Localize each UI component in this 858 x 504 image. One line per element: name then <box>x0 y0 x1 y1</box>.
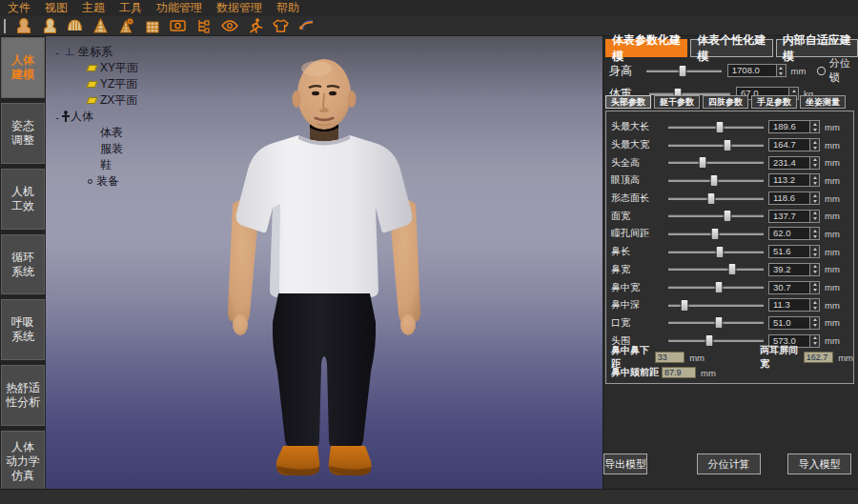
menu-item[interactable]: 数据管理 <box>216 0 262 16</box>
undo-arrow-icon[interactable] <box>296 17 317 35</box>
spin-down-button[interactable] <box>810 163 819 169</box>
mode-tab[interactable]: 内部自适应建模 <box>776 39 858 57</box>
spin-down-button[interactable] <box>810 233 819 239</box>
tree-item[interactable]: - 坐标系 <box>53 44 138 60</box>
slider-thumb[interactable] <box>716 246 725 258</box>
param-slider[interactable] <box>668 120 764 134</box>
param-slider[interactable] <box>668 298 764 312</box>
slider-thumb[interactable] <box>678 65 686 77</box>
tree-item[interactable]: ZX平面 <box>53 92 138 109</box>
param-slider[interactable] <box>668 227 764 241</box>
menu-item[interactable]: 主题 <box>82 0 105 16</box>
display-icon[interactable] <box>168 17 188 35</box>
param-value-input[interactable]: 51.0 <box>768 316 810 330</box>
param-value-input[interactable]: 39.2 <box>768 263 810 276</box>
toolbar-grip[interactable] <box>4 19 6 33</box>
height-value-input[interactable]: 1708.0 <box>727 64 777 77</box>
param-value-input[interactable]: 231.4 <box>768 156 810 170</box>
param-value-input[interactable]: 113.2 <box>768 173 810 187</box>
slider-track[interactable] <box>668 145 764 147</box>
mode-tab[interactable]: 体表个性化建模 <box>690 39 772 57</box>
action-button[interactable]: 导出模型 <box>603 454 647 474</box>
mannequin-front-icon[interactable] <box>13 17 33 35</box>
param-slider[interactable] <box>668 209 764 223</box>
slider-track[interactable] <box>668 198 764 200</box>
running-man-icon[interactable] <box>245 17 265 35</box>
quantile-lock-radio[interactable] <box>817 67 825 75</box>
param-category-tab[interactable]: 头部参数 <box>605 95 651 109</box>
tree-item[interactable]: 体表 <box>53 125 138 141</box>
field-input[interactable]: 87.9 <box>662 367 696 378</box>
slider-thumb[interactable] <box>699 156 707 169</box>
param-value-input[interactable]: 51.6 <box>768 245 810 258</box>
spin-down-button[interactable] <box>810 323 819 329</box>
spin-down-button[interactable] <box>810 180 819 186</box>
tree-expander-icon[interactable]: - <box>53 111 61 123</box>
menu-item[interactable]: 视图 <box>45 0 68 16</box>
param-value-input[interactable]: 164.7 <box>768 138 810 151</box>
slider-thumb[interactable] <box>707 192 716 205</box>
mesh-block-icon[interactable] <box>142 17 162 35</box>
shirt-icon[interactable] <box>271 17 291 35</box>
spin-down-button[interactable] <box>810 270 819 275</box>
hierarchy-icon[interactable] <box>194 17 214 35</box>
param-slider[interactable] <box>668 315 764 330</box>
param-value-input[interactable]: 118.6 <box>768 192 810 205</box>
slider-track[interactable] <box>668 340 764 342</box>
param-category-tab[interactable]: 手足参数 <box>751 95 797 109</box>
mesh-garment-icon[interactable] <box>91 17 111 35</box>
field-input[interactable]: 33 <box>655 352 684 363</box>
wig-icon[interactable] <box>65 17 85 35</box>
mesh-gear-icon[interactable] <box>116 17 136 35</box>
slider-thumb[interactable] <box>681 299 689 312</box>
slider-thumb[interactable] <box>711 228 720 240</box>
slider-thumb[interactable] <box>705 334 714 347</box>
slider-track[interactable] <box>668 269 764 271</box>
tree-expander-icon[interactable]: - <box>53 47 61 58</box>
sidebar-item[interactable]: 循环 系统 <box>1 234 45 295</box>
slider-track[interactable] <box>668 215 764 217</box>
tree-item[interactable]: XY平面 <box>53 60 138 76</box>
spin-down-button[interactable] <box>777 71 785 76</box>
spin-down-button[interactable] <box>810 127 819 132</box>
menu-item[interactable]: 工具 <box>119 0 142 16</box>
sidebar-item[interactable]: 姿态 调整 <box>1 103 45 164</box>
param-slider[interactable] <box>668 155 764 170</box>
tree-item[interactable]: 服装 <box>53 141 138 157</box>
param-value-input[interactable]: 11.3 <box>768 298 810 312</box>
spin-down-button[interactable] <box>810 198 819 204</box>
param-value-input[interactable]: 30.7 <box>768 281 810 294</box>
slider-track[interactable] <box>668 162 764 164</box>
slider-thumb[interactable] <box>715 281 724 293</box>
spin-down-button[interactable] <box>810 305 819 311</box>
height-slider[interactable] <box>646 64 722 78</box>
menu-item[interactable]: 文件 <box>8 0 31 16</box>
field-input[interactable]: 162.7 <box>804 352 833 363</box>
param-slider[interactable] <box>668 280 764 294</box>
spin-down-button[interactable] <box>810 288 819 293</box>
spin-down-button[interactable] <box>810 216 819 222</box>
action-button[interactable]: 分位计算 <box>697 454 761 474</box>
param-slider[interactable] <box>668 173 764 188</box>
sidebar-item[interactable]: 呼吸 系统 <box>1 299 45 360</box>
param-value-input[interactable]: 189.6 <box>768 120 810 133</box>
param-value-input[interactable]: 137.7 <box>768 210 810 223</box>
spin-down-button[interactable] <box>810 252 819 257</box>
slider-thumb[interactable] <box>710 174 719 187</box>
sidebar-item[interactable]: 人体 动力学 仿真 <box>1 431 45 492</box>
tree-item[interactable]: 装备 <box>53 173 138 190</box>
slider-thumb[interactable] <box>724 210 732 222</box>
slider-thumb[interactable] <box>715 316 724 329</box>
tree-item[interactable]: - 人体 <box>53 109 138 125</box>
slider-thumb[interactable] <box>724 139 732 151</box>
tree-item[interactable]: YZ平面 <box>53 76 138 92</box>
param-value-input[interactable]: 62.0 <box>768 227 810 240</box>
sidebar-item[interactable]: 人体 建模 <box>1 37 45 98</box>
param-category-tab[interactable]: 四肢参数 <box>703 95 748 109</box>
menu-item[interactable]: 功能管理 <box>156 0 202 16</box>
action-button[interactable]: 导入模型 <box>787 454 851 474</box>
spin-down-button[interactable] <box>810 145 819 151</box>
param-slider[interactable] <box>668 192 764 206</box>
menu-item[interactable]: 帮助 <box>276 0 299 16</box>
param-category-tab[interactable]: 坐姿测量 <box>800 95 846 109</box>
